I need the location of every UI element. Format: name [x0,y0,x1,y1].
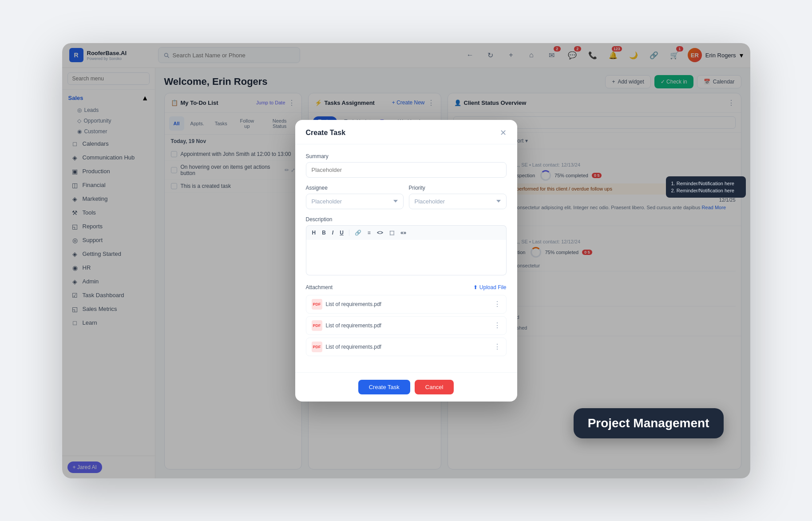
attachment-item-1: PDF List of requirements.pdf ⋮ [306,295,507,314]
assignee-group: Assignee Placeholder [306,185,404,209]
attachment-more-1[interactable]: ⋮ [494,300,501,308]
attachment-name-1: List of requirements.pdf [326,301,381,307]
create-task-modal: Create Task ✕ Summary Assignee Placehold… [295,120,517,402]
screen-container: R RooferBase.AI Powered by Soroko ← ↻ + … [62,43,750,478]
attachment-label: Attachment [306,284,333,290]
pm-badge: Project Management [574,408,724,438]
modal-body: Summary Assignee Placeholder Priority [295,144,517,372]
description-label: Description [306,216,507,223]
priority-group: Priority Placeholder [409,185,507,209]
toolbar-sep-1 [349,230,349,236]
summary-input[interactable] [306,162,507,178]
description-toolbar: H B I U 🔗 ≡ <> ⬚ «» [306,225,507,240]
attachment-info-1: PDF List of requirements.pdf [312,299,381,310]
assignee-select[interactable]: Placeholder [306,194,404,209]
notification-tooltip: 1. Reminder/Notification here 2. Reminde… [666,176,746,198]
toolbar-link-btn[interactable]: 🔗 [353,228,364,237]
toolbar-table-btn[interactable]: ⬚ [387,228,396,237]
attachment-info-3: PDF List of requirements.pdf [312,342,381,352]
assignee-priority-row: Assignee Placeholder Priority Placeholde… [306,185,507,216]
create-task-button[interactable]: Create Task [358,380,410,394]
attachment-more-2[interactable]: ⋮ [494,321,501,330]
attachment-header: Attachment ⬆ Upload File [306,284,507,290]
summary-group: Summary [306,153,507,178]
attachment-group: Attachment ⬆ Upload File PDF List of req… [306,284,507,356]
toolbar-code-btn[interactable]: <> [375,228,385,237]
pdf-icon-1: PDF [312,299,322,310]
modal-close-button[interactable]: ✕ [500,129,507,137]
toolbar-b-btn[interactable]: B [320,228,328,237]
assignee-label: Assignee [306,185,404,191]
attachment-item-3: PDF List of requirements.pdf ⋮ [306,338,507,356]
description-group: Description H B I U 🔗 ≡ <> ⬚ «» [306,216,507,277]
pdf-icon-2: PDF [312,320,322,331]
cancel-button[interactable]: Cancel [415,380,454,394]
toolbar-i-btn[interactable]: I [330,228,336,237]
modal-header: Create Task ✕ [295,120,517,144]
notification-item-1: 1. Reminder/Notification here [671,180,741,187]
pm-badge-text: Project Management [588,416,709,430]
description-textarea[interactable] [306,240,507,275]
upload-icon: ⬆ [473,284,478,290]
priority-select[interactable]: Placeholder [409,194,507,209]
attachment-item-2: PDF List of requirements.pdf ⋮ [306,316,507,335]
toolbar-u-btn[interactable]: U [337,228,346,237]
toolbar-h-btn[interactable]: H [310,228,318,237]
attachment-info-2: PDF List of requirements.pdf [312,320,381,331]
toolbar-list-btn[interactable]: ≡ [365,228,373,237]
attachment-more-3[interactable]: ⋮ [494,342,501,351]
notification-item-2: 2. Reminder/Notification here [671,187,741,194]
attachment-name-3: List of requirements.pdf [326,344,381,350]
priority-label: Priority [409,185,507,191]
upload-file-button[interactable]: ⬆ Upload File [473,284,507,290]
pdf-icon-3: PDF [312,342,322,352]
attachment-name-2: List of requirements.pdf [326,322,381,329]
modal-title: Create Task [306,129,346,137]
modal-footer: Create Task Cancel [295,372,517,402]
upload-label: Upload File [479,284,507,290]
toolbar-quote-btn[interactable]: «» [398,228,408,237]
summary-label: Summary [306,153,507,159]
